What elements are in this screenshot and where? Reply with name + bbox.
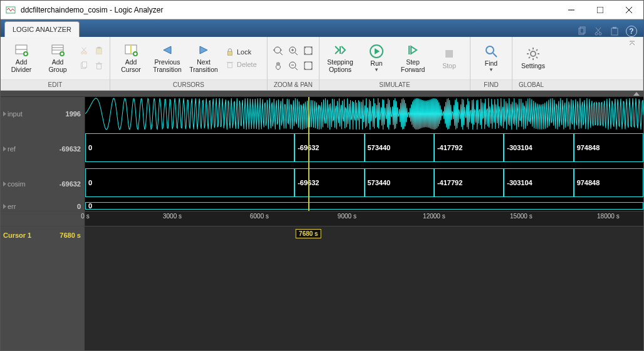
next-arrow-icon [196, 43, 211, 58]
prev-arrow-icon [160, 43, 175, 58]
time-tick: 9000 s [338, 213, 356, 220]
signal-row-ref[interactable]: ref-69632 [1, 132, 85, 166]
close-button[interactable] [615, 1, 643, 19]
zoom-out-button[interactable] [286, 59, 300, 73]
group-edit: Add Divider Add Group EDIT [1, 37, 110, 90]
bus-segment: -417792 [434, 133, 504, 162]
svg-point-60 [486, 46, 494, 54]
cursor-value: 7680 s [44, 231, 85, 239]
svg-point-62 [531, 51, 536, 56]
time-axis: 0 s3000 s6000 s9000 s12000 s15000 s18000… [1, 211, 643, 226]
bus-segment: 974848 [574, 133, 643, 162]
expand-icon [633, 92, 640, 96]
group-icon [50, 43, 65, 58]
next-trans-label: Next Transition [189, 59, 218, 73]
group-label-find: FIND [470, 79, 512, 90]
group-label-simulate: SIMULATE [319, 79, 470, 90]
chevron-down-icon: ▼ [489, 67, 494, 73]
waveform-area: input1996ref-69632cosim-69632err0 0-6963… [1, 91, 643, 350]
svg-line-44 [280, 53, 283, 55]
fit-to-selection-button[interactable] [301, 59, 315, 73]
copy-icon[interactable] [577, 26, 587, 36]
svg-line-69 [529, 57, 530, 58]
add-cursor-button[interactable]: Add Cursor [114, 41, 148, 74]
collapse-ribbon-button[interactable] [625, 37, 639, 51]
prev-trans-label: Previous Transition [153, 59, 182, 73]
previous-transition-button[interactable]: Previous Transition [150, 41, 184, 74]
signal-row-cosim[interactable]: cosim-69632 [1, 167, 85, 201]
search-icon [484, 44, 499, 59]
bus-segment: -69632 [294, 168, 364, 197]
find-button[interactable]: Find ▼ [474, 43, 508, 74]
minimize-button[interactable] [557, 1, 586, 19]
step-forward-icon [405, 43, 420, 58]
group-label-zoom: ZOOM & PAN [267, 79, 319, 90]
svg-line-61 [493, 53, 497, 57]
time-tick: 0 s [81, 213, 89, 220]
signal-name-column: input1996ref-69632cosim-69632err0 [1, 97, 85, 211]
add-group-button[interactable]: Add Group [41, 41, 75, 74]
bus-segment: 0 [85, 133, 294, 162]
svg-point-24 [81, 52, 84, 54]
gear-icon [526, 46, 541, 61]
signal-row-input[interactable]: input1996 [1, 97, 85, 131]
add-divider-button[interactable]: Add Divider [4, 41, 38, 74]
svg-rect-28 [96, 48, 102, 54]
svg-line-53 [295, 68, 298, 70]
zoom-in-time-button[interactable] [271, 44, 285, 58]
svg-rect-55 [304, 62, 312, 69]
copy-button[interactable] [77, 59, 91, 73]
titlebar: ddcfilterchaindemo_cosim - Logic Analyze… [1, 1, 643, 19]
add-cursor-label: Add Cursor [121, 59, 141, 73]
ribbon-tab-strip: LOGIC ANALYZER ? [1, 19, 643, 37]
delete-label: Delete [237, 61, 257, 68]
bus-segment: -303104 [504, 168, 573, 197]
svg-line-10 [596, 28, 600, 33]
waveform-plot[interactable]: 0-69632573440-417792-3031049748480-69632… [85, 97, 643, 211]
stepping-options-label: Stepping Options [327, 59, 353, 73]
stepping-options-button[interactable]: Stepping Options [323, 41, 357, 74]
add-divider-label: Add Divider [11, 59, 32, 73]
paste-button[interactable] [92, 44, 106, 58]
group-find: Find ▼ FIND [470, 37, 512, 90]
step-forward-button[interactable]: Step Forward [396, 41, 430, 74]
fit-to-view-button[interactable] [301, 44, 315, 58]
svg-point-8 [599, 33, 601, 35]
lock-button[interactable]: Lock [223, 46, 263, 58]
time-tick: 12000 s [423, 213, 445, 220]
cursor-line[interactable] [308, 97, 309, 211]
delete-small-button[interactable] [92, 59, 106, 73]
stepping-icon [333, 43, 348, 58]
run-button[interactable]: Run ▼ [360, 43, 393, 74]
bus-segment: -417792 [434, 168, 504, 197]
settings-button[interactable]: Settings [516, 45, 550, 71]
svg-line-26 [82, 48, 86, 52]
group-label-edit: EDIT [1, 79, 110, 90]
app-icon [6, 5, 16, 15]
signal-row-err[interactable]: err0 [1, 202, 85, 211]
svg-point-43 [274, 47, 281, 53]
cursor-flag[interactable]: 7680 s [296, 229, 321, 238]
stop-label: Stop [442, 63, 456, 70]
bus-segment: 0 [85, 168, 294, 197]
cut-button[interactable] [77, 44, 91, 58]
minimap-bar[interactable] [1, 91, 643, 97]
delete-cursor-button[interactable]: Delete [223, 59, 263, 70]
paste-icon[interactable] [610, 26, 620, 36]
run-icon [369, 44, 384, 59]
tab-logic-analyzer[interactable]: LOGIC ANALYZER [4, 21, 80, 37]
stop-button[interactable]: Stop [432, 45, 466, 71]
cursor-icon [123, 43, 138, 58]
cut-icon[interactable] [593, 26, 603, 36]
maximize-button[interactable] [586, 1, 615, 19]
next-transition-button[interactable]: Next Transition [187, 41, 221, 74]
pan-button[interactable] [271, 59, 285, 73]
help-icon[interactable]: ? [626, 26, 637, 37]
time-tick: 15000 s [510, 213, 532, 220]
cursor-name[interactable]: Cursor 1 [1, 231, 44, 239]
chevron-down-icon: ▼ [374, 67, 379, 73]
zoom-in-button[interactable] [286, 44, 300, 58]
empty-track-area [1, 243, 643, 350]
svg-line-9 [596, 28, 601, 33]
svg-rect-32 [97, 64, 101, 69]
